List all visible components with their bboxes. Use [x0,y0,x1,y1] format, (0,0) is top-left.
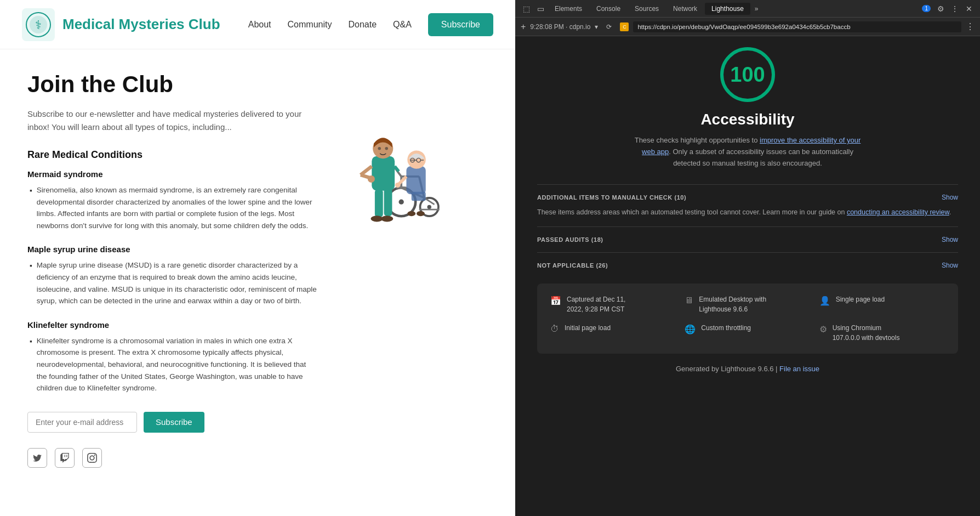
captured-text: Captured at Dec 11, 2022, 9:28 PM CST [567,294,625,314]
nav-links: About Community Donate Q&A Subscribe [248,13,493,36]
svg-text:⚕: ⚕ [35,18,42,32]
devtools-cursor-icon[interactable]: ⬚ [520,2,533,15]
nav-logo: ⚕ Medical Mysteries Club [22,8,220,41]
audit-header-passed: PASSED AUDITS (18) Show [537,236,958,243]
twitter-icon[interactable] [27,448,47,468]
generated-by: Generated by Lighthouse 9.6.6 | File an … [676,365,819,384]
condition-mermaid: Mermaid syndrome Sirenomelia, also known… [27,169,318,231]
tab-elements[interactable]: Elements [548,3,589,15]
condition-desc-0: Sirenomelia, also known as mermaid syndr… [27,184,318,231]
footer-initial-load: ⏱ Initial page load [550,323,676,343]
audit-label-na: NOT APPLICABLE (26) [537,262,608,269]
devtools-tabbar: ⬚ ▭ Elements Console Sources Network Lig… [515,0,980,18]
audit-header-na: NOT APPLICABLE (26) Show [537,262,958,269]
back-icon[interactable]: + [521,22,526,32]
svg-point-7 [428,205,431,209]
vertical-dots-icon[interactable]: ⋮ [948,2,961,15]
footer-emulated: 🖥 Emulated Desktop with Lighthouse 9.6.6 [685,294,810,314]
chromium-icon: ⚙ [819,324,827,334]
accessibility-review-link[interactable]: conducting an accessibility review [847,208,949,216]
svg-point-32 [385,147,388,150]
more-tabs-icon[interactable]: » [751,3,762,15]
devtools-panel: ⬚ ▭ Elements Console Sources Network Lig… [515,0,980,516]
tab-console[interactable]: Console [590,3,627,15]
audit-section-passed: PASSED AUDITS (18) Show [537,226,958,252]
svg-point-5 [399,200,404,205]
svg-line-25 [399,177,407,184]
tab-sources[interactable]: Sources [628,3,665,15]
timestamp: 9:28:08 PM · cdpn.io [530,23,590,31]
audit-show-passed[interactable]: Show [942,236,958,243]
close-devtools-icon[interactable]: ✕ [962,2,976,15]
timer-icon: ⏱ [550,324,559,334]
website-panel: ⚕ Medical Mysteries Club About Community… [0,0,515,516]
devtools-urlbar: + 9:28:08 PM · cdpn.io ▾ ⟳ C https://cdp… [515,18,980,36]
svg-point-35 [368,175,375,183]
tab-lighthouse[interactable]: Lighthouse [705,3,750,15]
subtitle-before: These checks highlight opportunities to [635,136,760,144]
navigation: ⚕ Medical Mysteries Club About Community… [0,0,515,49]
svg-rect-18 [406,166,425,194]
lighthouse-footer: 📅 Captured at Dec 11, 2022, 9:28 PM CST … [537,283,958,354]
audit-section-na: NOT APPLICABLE (26) Show [537,252,958,278]
intro-text: Subscribe to our e-newsletter and have m… [27,107,318,134]
network-icon: 🌐 [685,324,696,334]
throttling-text: Custom throttling [701,323,751,333]
nav-about[interactable]: About [248,20,271,30]
calendar-icon: 📅 [550,296,561,306]
file-issue-link[interactable]: File an issue [779,365,819,373]
svg-point-39 [407,211,415,216]
footer-chromium: ⚙ Using Chromium 107.0.0.0 with devtools [819,323,945,343]
lighthouse-subtitle: These checks highlight opportunities to … [633,135,863,169]
nav-community[interactable]: Community [288,20,332,30]
svg-rect-29 [372,156,395,191]
nav-qa[interactable]: Q&A [393,20,412,30]
twitch-icon[interactable] [55,448,75,468]
nav-subscribe-button[interactable]: Subscribe [428,13,493,36]
condition-desc-1: Maple syrup urine disease (MSUD) is a ra… [27,259,318,307]
url-more-icon[interactable]: ⋮ [966,21,975,32]
page-title: Join the Club [27,71,318,98]
site-favicon: C [620,22,629,31]
content-left: Join the Club Subscribe to our e-newslet… [27,71,318,468]
svg-point-31 [378,147,381,150]
initial-load-text: Initial page load [565,323,611,333]
audit-label-passed: PASSED AUDITS (18) [537,236,603,243]
user-icon: 👤 [819,296,830,306]
subtitle-after: . Only a subset of accessibility issues … [669,148,853,167]
tab-badge: 1 [922,5,931,12]
audit-show-manual[interactable]: Show [942,194,958,201]
tab-network[interactable]: Network [666,3,704,15]
reload-icon[interactable]: ⟳ [602,20,616,33]
main-content: Join the Club Subscribe to our e-newslet… [0,49,515,490]
desktop-icon: 🖥 [685,296,693,305]
condition-title-2: Klinefelter syndrome [27,320,318,330]
brand-name: Medical Mysteries Club [62,16,220,33]
svg-rect-27 [375,189,383,217]
single-page-text: Single page load [836,294,885,304]
condition-msud: Maple syrup urine disease Maple syrup ur… [27,245,318,307]
lighthouse-title: Accessibility [700,111,794,128]
illustration [345,77,488,230]
chromium-text: Using Chromium 107.0.0.0 with devtools [833,323,900,343]
content-right [340,71,493,468]
condition-desc-2: Klinefelter syndrome is a chromosomal va… [27,335,318,394]
score-number: 100 [730,63,765,87]
dropdown-icon[interactable]: ▾ [595,23,598,31]
settings-icon[interactable]: ⚙ [934,2,947,15]
subscribe-form-button[interactable]: Subscribe [144,412,204,433]
lighthouse-content: 100 Accessibility These checks highlight… [515,36,980,516]
svg-point-26 [395,183,400,188]
section-title: Rare Medical Conditions [27,149,318,161]
subscribe-form: Subscribe [27,412,318,433]
svg-point-40 [417,211,425,216]
footer-throttling: 🌐 Custom throttling [685,323,810,343]
email-input[interactable] [27,412,137,433]
instagram-icon[interactable] [82,448,102,468]
condition-title-1: Maple syrup urine disease [27,245,318,254]
nav-donate[interactable]: Donate [348,20,377,30]
devtools-responsive-icon[interactable]: ▭ [534,2,547,15]
audit-show-na[interactable]: Show [942,262,958,269]
logo-icon: ⚕ [22,8,55,41]
audit-header-manual: ADDITIONAL ITEMS TO MANUALLY CHECK (10) … [537,194,958,201]
